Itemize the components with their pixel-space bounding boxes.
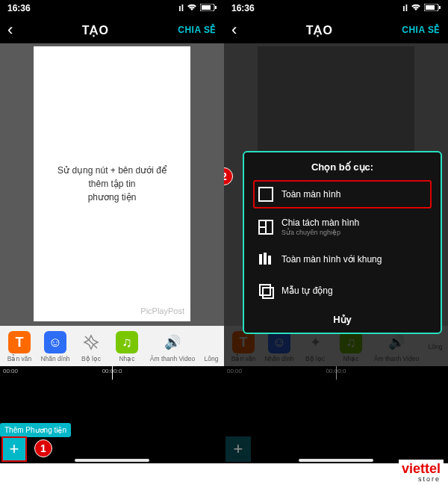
tool-text[interactable]: T Bản văn — [1, 327, 37, 366]
share-button[interactable]: CHIA SẺ — [178, 25, 217, 35]
svg-rect-10 — [259, 254, 262, 265]
status-time: 16:36 — [7, 3, 31, 13]
svg-rect-14 — [263, 288, 273, 298]
svg-rect-2 — [202, 5, 211, 10]
screen-1: 16:36 ıl ‹ TẠO CHIA SẺ Sử dụng nút + bên… — [0, 0, 224, 463]
tool-loop-label: Lông — [205, 355, 219, 362]
dialog-title: Chọn bố cục: — [253, 161, 432, 173]
add-media-button[interactable]: + — [1, 436, 27, 462]
svg-rect-13 — [260, 285, 270, 295]
step-badge-1: 1 — [34, 439, 52, 457]
wifi-icon — [411, 3, 421, 13]
back-icon[interactable]: ‹ — [231, 20, 237, 40]
canvas[interactable]: Sử dụng nút + bên dưới để thêm tập tin p… — [34, 46, 190, 321]
option-sublabel: Sửa chuyên nghiệp — [281, 229, 359, 236]
tool-audio[interactable]: 🔊 Âm thanh Video — [145, 327, 200, 366]
timeline-ruler[interactable]: 00:00 00:00:0 — [0, 366, 224, 380]
share-button[interactable]: CHIA SẺ — [402, 25, 441, 35]
brand-name: viettel — [402, 461, 441, 477]
music-icon: ♫ — [116, 331, 138, 353]
frame-bars-icon — [258, 251, 274, 268]
filter-icon — [80, 331, 102, 353]
template-icon — [258, 282, 274, 299]
back-icon[interactable]: ‹ — [7, 20, 13, 40]
audio-icon: 🔊 — [161, 331, 184, 353]
tool-audio-label: Âm thanh Video — [150, 355, 195, 362]
status-bar: 16:36 ıl — [224, 0, 448, 16]
option-splitscreen[interactable]: Chia tách màn hình Sửa chuyên nghiệp — [253, 211, 432, 242]
nav-bar: ‹ TẠO CHIA SẺ — [0, 16, 224, 43]
signal-icon: ıl — [402, 3, 408, 13]
tool-sticker-label: Nhãn dính — [40, 355, 69, 362]
option-label: Toàn màn hình với khung — [281, 254, 382, 265]
canvas-hint-1: Sử dụng nút + bên dưới để thêm tập tin — [49, 164, 175, 191]
timeline-track[interactable]: Thêm Phương tiện + 1 — [0, 380, 224, 463]
text-icon: T — [8, 331, 31, 353]
canvas-hint-2: phương tiện — [88, 191, 137, 204]
home-indicator[interactable] — [299, 459, 373, 462]
tool-filter-label: Bộ lọc — [81, 355, 101, 362]
screen-2: 16:36 ıl ‹ TẠO CHIA SẺ T Bản văn — [224, 0, 448, 463]
page-title: TẠO — [306, 23, 333, 37]
tool-filter[interactable]: Bộ lọc — [73, 327, 109, 366]
canvas-area: Sử dụng nút + bên dưới để thêm tập tin p… — [0, 43, 224, 326]
tutorial-screens: 16:36 ıl ‹ TẠO CHIA SẺ Sử dụng nút + bên… — [0, 0, 448, 463]
option-auto-template[interactable]: Mẫu tự động — [253, 277, 432, 305]
nav-bar: ‹ TẠO CHIA SẺ — [224, 16, 448, 43]
svg-rect-4 — [439, 6, 441, 9]
page-title: TẠO — [82, 23, 109, 37]
fullscreen-icon — [258, 186, 274, 203]
signal-icon: ıl — [178, 3, 184, 13]
svg-rect-12 — [268, 256, 271, 265]
battery-icon — [200, 3, 217, 13]
tool-music-label: Nhạc — [119, 355, 134, 362]
status-right: ıl — [402, 3, 441, 13]
watermark: PicPlayPost — [140, 305, 184, 318]
tool-sticker[interactable]: ☺ Nhãn dính — [37, 327, 73, 366]
option-fullscreen-frame[interactable]: Toàn màn hình với khung — [253, 245, 432, 274]
status-right: ıl — [178, 3, 217, 13]
svg-rect-5 — [426, 5, 435, 10]
battery-icon — [424, 3, 441, 13]
wifi-icon — [187, 3, 197, 13]
add-media-tooltip: Thêm Phương tiện — [0, 423, 71, 437]
option-label: Chia tách màn hình — [281, 217, 359, 228]
svg-rect-11 — [264, 253, 267, 265]
svg-rect-1 — [215, 6, 217, 9]
svg-rect-6 — [259, 188, 273, 201]
sticker-icon: ☺ — [44, 331, 66, 353]
option-fullscreen[interactable]: Toàn màn hình — [253, 180, 432, 208]
tool-loop[interactable]: Lông — [200, 327, 223, 366]
time-start: 00:00 — [3, 368, 18, 374]
status-bar: 16:36 ıl — [0, 0, 224, 16]
brand-sub: store — [402, 477, 441, 482]
cancel-button[interactable]: Hủy — [253, 308, 432, 327]
tool-music[interactable]: ♫ Nhạc — [109, 327, 145, 366]
loop-icon — [200, 331, 223, 353]
status-time: 16:36 — [231, 3, 255, 13]
layout-dialog: Chọn bố cục: Toàn màn hình Chia tách màn… — [243, 151, 442, 334]
option-label: Toàn màn hình — [281, 189, 340, 200]
home-indicator[interactable] — [75, 459, 149, 462]
tool-text-label: Bản văn — [7, 355, 31, 362]
split-icon — [258, 219, 274, 235]
toolbar: T Bản văn ☺ Nhãn dính Bộ lọc ♫ Nhạc 🔊 Âm… — [0, 326, 224, 366]
viettel-store-logo: viettel store — [399, 460, 444, 484]
option-label: Mẫu tự động — [281, 285, 333, 296]
